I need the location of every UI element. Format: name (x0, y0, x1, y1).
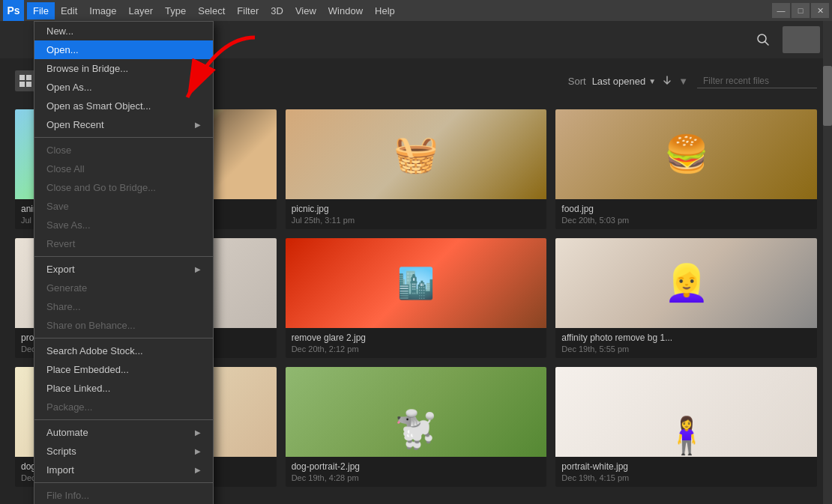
svg-line-1 (765, 42, 769, 46)
menu-file[interactable]: File (27, 2, 55, 19)
separator (34, 256, 213, 257)
image-name: affinity photo remove bg 1... (561, 333, 811, 343)
window-controls: — □ ✕ (772, 3, 829, 18)
grid-view-button[interactable] (15, 70, 36, 91)
menu-item-scripts[interactable]: Scripts ▶ (34, 442, 213, 461)
scrollbar-thumb[interactable] (823, 66, 832, 126)
menu-view[interactable]: View (289, 2, 322, 19)
image-thumbnail (286, 109, 547, 199)
sort-value: Last opened (592, 76, 646, 87)
image-name: remove glare 2.jpg (292, 333, 541, 343)
menu-item-open-as[interactable]: Open As... (34, 78, 213, 97)
image-date: Jul 25th, 3:11 pm (292, 216, 541, 225)
image-card[interactable]: picnic.jpg Jul 25th, 3:11 pm (286, 109, 547, 229)
image-date: Dec 19th, 4:28 pm (292, 473, 541, 482)
image-thumbnail (555, 367, 817, 457)
minimize-button[interactable]: — (772, 3, 790, 18)
image-thumbnail (555, 238, 817, 328)
search-button[interactable] (750, 26, 777, 53)
file-dropdown-menu: New... Open... Browse in Bridge... Open … (34, 21, 214, 504)
menu-edit[interactable]: Edit (55, 2, 83, 19)
submenu-arrow-icon: ▶ (195, 428, 201, 437)
menu-item-import[interactable]: Import ▶ (34, 461, 213, 479)
placeholder-thumb (783, 26, 820, 53)
separator (34, 338, 213, 338)
menu-item-share-behance[interactable]: Share on Behance... (34, 316, 213, 335)
image-name: dog-portrait-2.jpg (292, 461, 541, 472)
menu-image[interactable]: Image (83, 2, 122, 19)
menu-item-open-smart[interactable]: Open as Smart Object... (34, 97, 213, 115)
sort-direction-icon (662, 75, 672, 85)
image-thumbnail (286, 367, 547, 457)
menu-item-close-go-bridge[interactable]: Close and Go to Bridge... (34, 178, 213, 197)
image-card[interactable]: portrait-white.jpg Dec 19th, 4:15 pm (555, 367, 817, 487)
menu-item-close-all[interactable]: Close All (34, 160, 213, 178)
filter-input[interactable] (697, 74, 817, 88)
submenu-arrow-icon: ▶ (195, 121, 201, 129)
menubar: Ps File Edit Image Layer Type Select Fil… (0, 0, 832, 21)
menu-select[interactable]: Select (192, 2, 231, 19)
grid-icon (19, 75, 31, 87)
menu-type[interactable]: Type (159, 2, 192, 19)
menu-item-place-linked[interactable]: Place Linked... (34, 379, 213, 398)
image-date: Dec 20th, 2:12 pm (292, 344, 541, 353)
menu-item-file-info[interactable]: File Info... (34, 486, 213, 504)
separator (34, 482, 213, 483)
menu-filter[interactable]: Filter (231, 2, 265, 19)
menu-item-open[interactable]: Open... (34, 40, 213, 59)
image-card[interactable]: dog-portrait-2.jpg Dec 19th, 4:28 pm (286, 367, 547, 487)
separator (34, 419, 213, 420)
close-button[interactable]: ✕ (811, 3, 829, 18)
menu-item-open-recent[interactable]: Open Recent ▶ (34, 115, 213, 134)
image-card[interactable]: remove glare 2.jpg Dec 20th, 2:12 pm (286, 238, 547, 358)
menu-item-export[interactable]: Export ▶ (34, 260, 213, 279)
menu-item-close[interactable]: Close (34, 141, 213, 160)
app-logo: Ps (3, 0, 24, 21)
separator (34, 137, 213, 138)
menu-item-package[interactable]: Package... (34, 398, 213, 416)
image-date: Dec 20th, 5:03 pm (561, 216, 811, 225)
menu-item-search-stock[interactable]: Search Adobe Stock... (34, 341, 213, 360)
submenu-arrow-icon: ▶ (195, 265, 201, 273)
image-thumbnail (286, 238, 547, 328)
submenu-arrow-icon: ▶ (195, 466, 201, 474)
image-info: food.jpg Dec 20th, 5:03 pm (555, 199, 817, 229)
svg-rect-4 (19, 82, 25, 87)
menu-item-save[interactable]: Save (34, 197, 213, 216)
image-name: food.jpg (561, 204, 811, 214)
sort-dropdown[interactable]: Last opened ▼ (592, 76, 656, 87)
image-info: picnic.jpg Jul 25th, 3:11 pm (286, 199, 547, 229)
image-card[interactable]: food.jpg Dec 20th, 5:03 pm (555, 109, 817, 229)
menu-layer[interactable]: Layer (123, 2, 160, 19)
sort-direction-button[interactable] (662, 75, 672, 88)
menu-item-generate[interactable]: Generate (34, 279, 213, 297)
svg-rect-3 (26, 75, 31, 80)
filter-icon: ▼ (678, 76, 688, 87)
image-card[interactable]: affinity photo remove bg 1... Dec 19th, … (555, 238, 817, 358)
menu-item-place-embedded[interactable]: Place Embedded... (34, 360, 213, 379)
svg-rect-5 (26, 82, 31, 87)
menu-3d[interactable]: 3D (265, 2, 289, 19)
image-info: remove glare 2.jpg Dec 20th, 2:12 pm (286, 328, 547, 358)
menu-item-save-as[interactable]: Save As... (34, 216, 213, 234)
menu-item-automate[interactable]: Automate ▶ (34, 423, 213, 442)
menu-item-revert[interactable]: Revert (34, 234, 213, 253)
image-name: picnic.jpg (292, 204, 541, 214)
menu-window[interactable]: Window (322, 2, 369, 19)
sort-label: Sort (568, 76, 586, 87)
image-name: portrait-white.jpg (561, 461, 811, 472)
chevron-down-icon: ▼ (648, 77, 656, 85)
menu-help[interactable]: Help (369, 2, 401, 19)
image-date: Dec 19th, 4:15 pm (561, 473, 811, 482)
image-info: portrait-white.jpg Dec 19th, 4:15 pm (555, 457, 817, 487)
maximize-button[interactable]: □ (792, 3, 810, 18)
menu-item-browse-bridge[interactable]: Browse in Bridge... (34, 59, 213, 78)
svg-rect-2 (19, 75, 25, 80)
image-info: dog-portrait-2.jpg Dec 19th, 4:28 pm (286, 457, 547, 487)
scrollbar-track (823, 21, 832, 504)
menu-item-new[interactable]: New... (34, 22, 213, 40)
submenu-arrow-icon: ▶ (195, 447, 201, 455)
search-icon (756, 33, 770, 46)
menu-item-share[interactable]: Share... (34, 297, 213, 316)
image-info: affinity photo remove bg 1... Dec 19th, … (555, 328, 817, 358)
